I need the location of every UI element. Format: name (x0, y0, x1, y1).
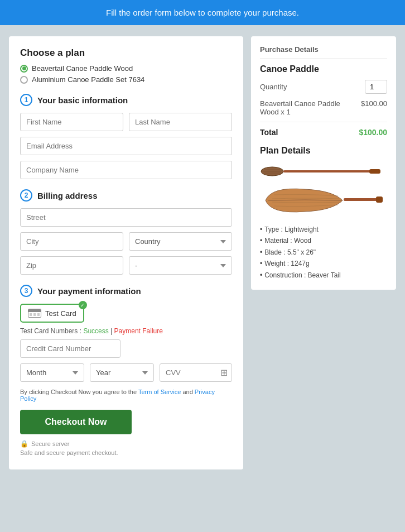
cvv-icon: ⊞ (220, 367, 228, 378)
quantity-label: Quantity (260, 83, 287, 91)
secure-label: Secure server (31, 440, 69, 447)
month-select[interactable]: Month 01 02 03 04 05 06 07 08 09 10 11 1… (20, 363, 84, 382)
cc-number-input[interactable] (20, 339, 120, 358)
section1-number: 1 (20, 94, 32, 106)
top-banner: Fill the order form below to complete yo… (0, 0, 405, 25)
svg-rect-2 (369, 169, 380, 174)
section3-number: 3 (20, 285, 32, 297)
quantity-input[interactable] (365, 80, 387, 94)
spec-construction: • Construction : Beaver Tail (260, 270, 387, 281)
spec-type: • Type : Lightweight (260, 224, 387, 235)
plan-label-2: Aluminium Canoe Paddle Set 7634 (32, 75, 144, 84)
expiry-cvv-row: Month 01 02 03 04 05 06 07 08 09 10 11 1… (20, 363, 232, 382)
checkmark-badge: ✓ (79, 301, 87, 309)
item-row: Beavertail Canoe Paddle Wood x 1 $100.00 (260, 99, 387, 122)
email-row (20, 137, 232, 155)
radio-beavertail[interactable] (20, 65, 28, 73)
svg-rect-7 (376, 196, 383, 203)
section2-title: Billing address (37, 191, 98, 200)
street-row (20, 208, 232, 227)
test-card-wrapper: Test Card ✓ (20, 304, 232, 323)
canoe-paddle-title: Canoe Paddle (260, 64, 387, 74)
email-input[interactable] (20, 137, 232, 155)
section1-header: 1 Your basic information (20, 94, 232, 106)
company-row (20, 161, 232, 179)
item-price: $100.00 (361, 99, 387, 116)
left-panel: Choose a plan Beavertail Canoe Paddle Wo… (9, 36, 243, 469)
success-link[interactable]: Success (83, 327, 108, 335)
purchase-details-title: Purchase Details (260, 45, 387, 59)
test-card-button[interactable]: Test Card ✓ (20, 304, 84, 323)
safe-text: Safe and secure payment checkout. (20, 449, 232, 456)
item-label: Beavertail Canoe Paddle Wood x 1 (260, 99, 361, 116)
cc-row (20, 339, 232, 358)
first-name-input[interactable] (20, 113, 123, 131)
section2-number: 2 (20, 189, 32, 202)
state-select[interactable]: - AL CA NY TX (129, 256, 232, 275)
street-input[interactable] (20, 208, 232, 227)
section3-header: 3 Your payment information (20, 285, 232, 297)
total-row: Total $100.00 (260, 128, 387, 137)
secure-text: 🔒 Secure server (20, 440, 232, 448)
svg-rect-6 (344, 198, 380, 201)
section3-title: Your payment information (37, 286, 141, 296)
country-select[interactable]: Country United States Canada United King… (129, 232, 232, 251)
spec-material: • Material : Wood (260, 235, 387, 246)
name-row (20, 113, 232, 131)
terms-text: By clicking Checkout Now you agree to th… (20, 389, 232, 402)
terms-link[interactable]: Term of Service (138, 389, 181, 395)
paddle-specs: • Type : Lightweight • Material : Wood •… (260, 224, 387, 281)
quantity-row: Quantity (260, 80, 387, 94)
failure-link[interactable]: Payment Failure (114, 327, 163, 335)
credit-card-icon (28, 309, 41, 318)
checkout-button[interactable]: Checkout Now (20, 410, 132, 434)
paddle-image-1 (260, 162, 383, 180)
company-input[interactable] (20, 161, 232, 179)
paddle-image-2 (260, 184, 383, 217)
section1-title: Your basic information (37, 95, 128, 105)
paddle-images (260, 162, 387, 217)
year-select[interactable]: Year 2024 2025 2026 2027 2028 (90, 363, 154, 382)
plan-option-1[interactable]: Beavertail Canoe Paddle Wood (20, 64, 232, 73)
test-card-numbers: Test Card Numbers : Success | Payment Fa… (20, 327, 232, 335)
test-card-label: Test Card (45, 309, 76, 318)
radio-aluminium[interactable] (20, 76, 28, 84)
test-numbers-prefix: Test Card Numbers : (20, 327, 83, 335)
cvv-wrapper: ⊞ (160, 363, 232, 382)
svg-rect-1 (283, 170, 373, 172)
city-country-row: Country United States Canada United King… (20, 232, 232, 251)
zip-input[interactable] (20, 256, 123, 275)
page-wrapper: Fill the order form below to complete yo… (0, 0, 405, 532)
banner-text: Fill the order form below to complete yo… (106, 8, 299, 17)
main-content: Choose a plan Beavertail Canoe Paddle Wo… (0, 25, 405, 481)
plan-label-1: Beavertail Canoe Paddle Wood (32, 64, 133, 73)
total-amount: $100.00 (359, 128, 387, 137)
separator: | (109, 327, 114, 335)
lock-icon: 🔒 (20, 440, 28, 448)
plan-details-title: Plan Details (260, 146, 387, 156)
total-label: Total (260, 128, 278, 137)
choose-plan-title: Choose a plan (20, 47, 232, 59)
section2-header: 2 Billing address (20, 189, 232, 202)
terms-middle: and (181, 389, 194, 395)
terms-prefix: By clicking Checkout Now you agree to th… (20, 389, 138, 395)
right-panel: Purchase Details Canoe Paddle Quantity B… (251, 36, 396, 290)
spec-weight: • Weight : 1247g (260, 258, 387, 269)
plan-option-2[interactable]: Aluminium Canoe Paddle Set 7634 (20, 75, 232, 84)
spec-blade: • Blade : 5.5" x 26" (260, 247, 387, 258)
city-input[interactable] (20, 232, 123, 251)
zip-state-row: - AL CA NY TX (20, 256, 232, 275)
last-name-input[interactable] (129, 113, 232, 131)
